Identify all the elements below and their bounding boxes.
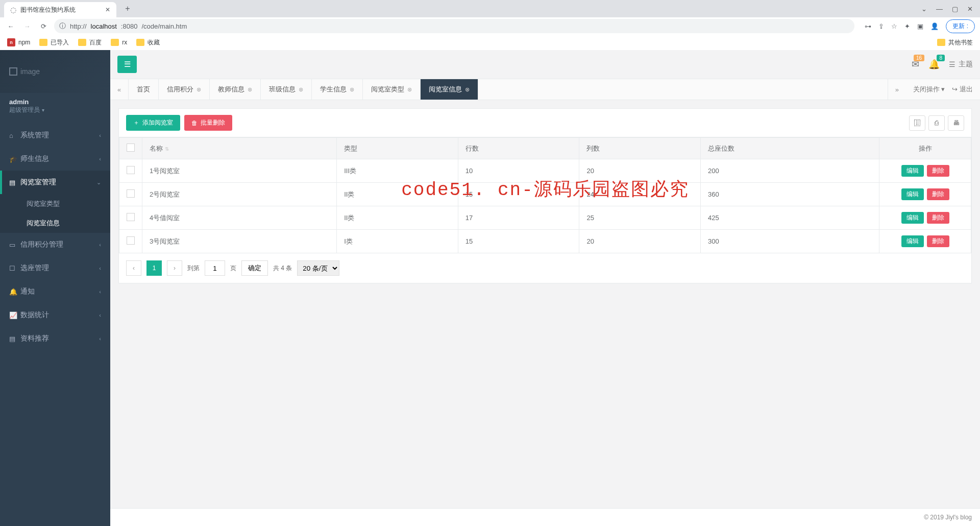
profile-icon[interactable]: 👤 [930,22,939,30]
tab-teacher[interactable]: 教师信息⊗ [210,79,261,100]
edit-button[interactable]: 编辑 [901,188,924,200]
sidebar-item-room[interactable]: ▤阅览室管理⌄ [0,171,110,194]
theme-button[interactable]: ☰主题 [949,60,973,69]
browser-tab[interactable]: ◌ 图书馆座位预约系统 ✕ [4,2,116,17]
maximize-icon[interactable]: ▢ [952,5,958,13]
page-input[interactable] [205,260,225,276]
logout-button[interactable]: ↪ 退出 [952,85,973,94]
close-icon[interactable]: ⊗ [350,86,354,93]
close-icon[interactable]: ⊗ [407,86,412,93]
sidebar-toggle-button[interactable]: ☰ [117,56,137,73]
delete-button[interactable]: 删除 [927,212,949,224]
print-button[interactable]: 🖶 [948,115,964,131]
columns-button[interactable]: ⿲ [909,115,925,131]
th-rows[interactable]: 行数 [458,138,579,159]
panel-icon[interactable]: ▣ [917,22,923,30]
credit-icon: ▭ [9,241,20,249]
sidebar-item-system[interactable]: ⌂系统管理‹ [0,124,110,147]
sidebar-item-recommend[interactable]: ▤资料推荐‹ [0,327,110,350]
close-icon[interactable]: ⊗ [248,86,252,93]
tab-roominfo[interactable]: 阅览室信息⊗ [421,79,478,100]
bookmark-imported[interactable]: 已导入 [39,38,69,47]
extension-icon[interactable]: ✦ [904,22,910,30]
bookmark-npm[interactable]: nnpm [7,38,30,46]
tab-roomtype[interactable]: 阅览室类型⊗ [363,79,421,100]
bell-button[interactable]: 🔔8 [928,59,940,70]
bookmark-fav[interactable]: 收藏 [136,38,160,47]
add-room-button[interactable]: ＋添加阅览室 [126,115,180,131]
tab-class[interactable]: 班级信息⊗ [261,79,312,100]
export-button[interactable]: ⎙ [928,115,945,131]
th-cols[interactable]: 列数 [579,138,701,159]
chevron-left-icon: ‹ [99,242,101,248]
back-icon[interactable]: ← [5,22,16,30]
th-total[interactable]: 总座位数 [701,138,879,159]
close-ops-button[interactable]: 关闭操作 ▾ [913,85,945,94]
sidebar-item-teacher[interactable]: 🎓师生信息‹ [0,147,110,171]
checkbox-all[interactable] [127,144,135,152]
delete-button[interactable]: 删除 [927,165,949,177]
cell-type: II类 [337,206,458,230]
tab-credit[interactable]: 信用积分⊗ [159,79,210,100]
tabs-scroll-right[interactable]: » [888,79,906,100]
minimize-icon[interactable]: — [936,5,943,13]
reload-icon[interactable]: ⟳ [38,22,49,30]
bookmark-rx[interactable]: rx [111,39,127,46]
folder-icon [78,39,86,46]
page-next-button[interactable]: › [167,260,182,276]
calendar-icon: ☐ [9,265,20,272]
page-prev-button[interactable]: ‹ [126,260,141,276]
edit-button[interactable]: 编辑 [901,165,924,177]
sidebar: image admin 超级管理员▾ ⌂系统管理‹ 🎓师生信息‹ ▤阅览室管理⌄… [0,50,110,526]
th-type[interactable]: 类型 [337,138,458,159]
tab-student[interactable]: 学生信息⊗ [312,79,363,100]
row-checkbox[interactable] [127,189,135,198]
sidebar-subitem-roomtype[interactable]: 阅览室类型 [0,194,110,213]
key-icon[interactable]: ⊶ [865,22,871,30]
folder-icon [111,39,119,46]
chevron-down-icon[interactable]: ⌄ [921,5,927,13]
close-window-icon[interactable]: ✕ [967,5,973,13]
close-icon[interactable]: ✕ [105,6,110,13]
logo-icon [9,67,17,76]
batch-delete-button[interactable]: 🗑批量删除 [184,115,232,131]
sidebar-item-credit[interactable]: ▭信用积分管理‹ [0,233,110,256]
url-input[interactable]: ⓘ http://localhost:8080/code/main.htm [54,19,854,33]
user-area[interactable]: admin 超级管理员▾ [0,93,110,124]
row-checkbox[interactable] [127,236,135,245]
new-tab-button[interactable]: + [120,2,135,16]
pagesize-select[interactable]: 20 条/页 [297,260,339,276]
close-icon[interactable]: ⊗ [299,86,303,93]
brand: image [0,50,110,93]
sidebar-item-stats[interactable]: 📈数据统计‹ [0,303,110,327]
chevron-left-icon: ‹ [99,156,101,162]
star-icon[interactable]: ☆ [891,22,897,30]
bookmark-baidu[interactable]: 百度 [78,38,102,47]
sidebar-item-seat[interactable]: ☐选座管理‹ [0,256,110,280]
chevron-down-icon: ⌄ [96,179,101,186]
close-icon[interactable]: ⊗ [465,86,470,93]
tabs-scroll-left[interactable]: « [110,79,129,100]
cell-type: I类 [337,230,458,253]
row-checkbox[interactable] [127,166,135,174]
forward-icon[interactable]: → [21,22,33,30]
row-checkbox[interactable] [127,213,135,221]
close-icon[interactable]: ⊗ [197,86,201,93]
cell-total: 360 [701,183,879,206]
folder-icon [937,39,945,46]
page-number-button[interactable]: 1 [146,260,162,276]
sidebar-subitem-roominfo[interactable]: 阅览室信息 [0,213,110,233]
delete-button[interactable]: 删除 [927,188,949,200]
edit-button[interactable]: 编辑 [901,212,924,224]
share-icon[interactable]: ⇪ [878,22,884,30]
delete-button[interactable]: 删除 [927,235,949,247]
bookmark-other[interactable]: 其他书签 [937,38,973,47]
edit-button[interactable]: 编辑 [901,235,924,247]
sidebar-item-notify[interactable]: 🔔通知‹ [0,280,110,303]
th-ops: 操作 [879,138,971,159]
tab-home[interactable]: 首页 [129,79,159,100]
mail-button[interactable]: ✉16 [912,59,919,70]
th-name[interactable]: 名称⇅ [142,138,337,159]
update-button[interactable]: 更新 : [946,19,975,33]
page-confirm-button[interactable]: 确定 [241,260,268,276]
